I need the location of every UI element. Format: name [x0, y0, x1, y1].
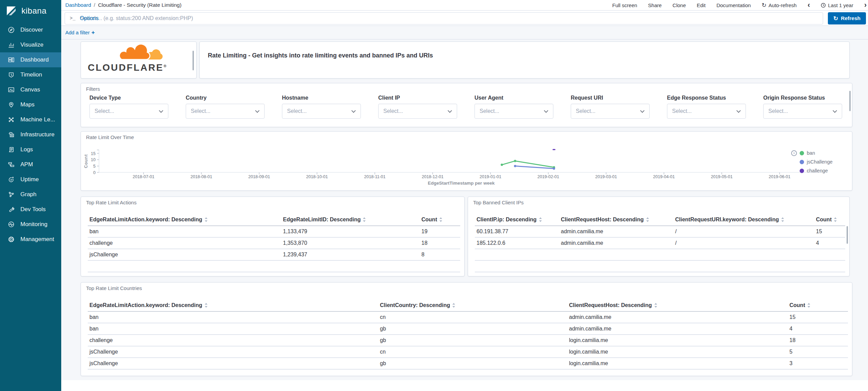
panel-top-rate-limit-actions: Top Rate Limit Actions EdgeRateLimitActi…: [81, 197, 465, 276]
menu-full-screen[interactable]: Full screen: [612, 2, 637, 8]
filter-group-request-uri: Request URISelect...: [571, 95, 650, 119]
sidebar-item-dashboard[interactable]: Dashboard: [0, 52, 61, 67]
sort-icon[interactable]: [654, 303, 657, 308]
menu-share[interactable]: Share: [648, 2, 662, 8]
machine-learning-icon: [7, 116, 15, 123]
column-header-edgeratelimitid-descending[interactable]: EdgeRateLimitID: Descending: [281, 217, 420, 223]
sort-icon[interactable]: [205, 303, 208, 308]
sidebar: kibana DiscoverVisualizeDashboardTimelio…: [0, 0, 61, 391]
sort-icon[interactable]: [452, 303, 455, 308]
cell: gb: [378, 326, 567, 332]
sidebar-nav: DiscoverVisualizeDashboardTimelionCanvas…: [0, 22, 61, 247]
sidebar-item-maps[interactable]: Maps: [0, 97, 61, 112]
sort-icon[interactable]: [439, 217, 443, 222]
column-header-count[interactable]: Count: [814, 217, 845, 223]
time-range-prev-button[interactable]: ‹: [807, 1, 810, 9]
filter-select-origin-response-status[interactable]: Select...: [763, 104, 842, 119]
column-header-clientcountry-descending[interactable]: ClientCountry: Descending: [378, 302, 567, 308]
sort-icon[interactable]: [646, 217, 649, 222]
column-header-clientrequesturi-keyword-descending[interactable]: ClientRequestURI.keyword: Descending: [673, 217, 814, 223]
filter-label: Device Type: [89, 95, 168, 101]
sort-icon[interactable]: [834, 217, 837, 222]
table-row: jsChallengecnlogin.camilia.me5: [88, 346, 848, 358]
rate-limit-line-chart[interactable]: 0510152018-07-012018-08-012018-09-012018…: [81, 132, 853, 191]
sidebar-item-monitoring[interactable]: Monitoring: [0, 217, 61, 232]
sort-icon[interactable]: [363, 217, 366, 222]
apm-icon: [7, 161, 15, 168]
search-input[interactable]: >_ Search... (e.g. status:200 AND extens…: [65, 12, 823, 24]
add-filter-button[interactable]: Add a filter +: [65, 29, 95, 36]
filter-select-request-uri[interactable]: Select...: [571, 104, 650, 119]
refresh-button[interactable]: ↻ Refresh: [828, 12, 866, 24]
sidebar-item-discover[interactable]: Discover: [0, 22, 61, 37]
column-header-edgeratelimitaction-keyword-descending[interactable]: EdgeRateLimitAction.keyword: Descending: [88, 302, 378, 308]
cell: challenge: [88, 337, 378, 343]
panel-top-rate-limit-countries: Top Rate Limit Countries EdgeRateLimitAc…: [81, 282, 852, 376]
legend-color-dot: [800, 151, 804, 155]
sidebar-item-timelion[interactable]: Timelion: [0, 67, 61, 82]
sidebar-item-label: Infrastructure: [20, 131, 54, 138]
column-header-clientrequesthost-descending[interactable]: ClientRequestHost: Descending: [567, 302, 788, 308]
chevron-down-icon: [544, 108, 548, 113]
filters-scrollbar[interactable]: [849, 91, 851, 111]
sidebar-item-apm[interactable]: APM: [0, 157, 61, 172]
panel-cloudflare-logo: CLOUDFLARE®: [81, 41, 197, 79]
time-range-picker[interactable]: Last 1 year: [821, 2, 853, 8]
dashboard-icon: [7, 56, 15, 64]
menu-clone[interactable]: Clone: [672, 2, 686, 8]
svg-text:2018-11-01: 2018-11-01: [364, 174, 385, 179]
column-header-count[interactable]: Count: [420, 217, 460, 223]
chevron-down-icon: [833, 108, 837, 113]
column-header-clientrequesthost-descending[interactable]: ClientRequestHost: Descending: [559, 217, 673, 223]
cell: 8: [420, 252, 460, 258]
cloudflare-wordmark: CLOUDFLARE®: [88, 62, 167, 73]
breadcrumb-dashboard-link[interactable]: Dashboard: [65, 2, 91, 8]
time-range-next-button[interactable]: ›: [864, 1, 867, 9]
sort-icon[interactable]: [539, 217, 542, 222]
filter-select-edge-response-status[interactable]: Select...: [667, 104, 746, 119]
auto-refresh-button[interactable]: ↻Auto-refresh: [762, 2, 797, 9]
menu-edit[interactable]: Edit: [697, 2, 706, 8]
sidebar-item-uptime[interactable]: Uptime: [0, 172, 61, 187]
cell: gb: [378, 337, 567, 343]
filter-select-hostname[interactable]: Select...: [282, 104, 361, 119]
legend-item-ban[interactable]: ›ban: [791, 149, 833, 157]
filter-select-client-ip[interactable]: Select...: [378, 104, 457, 119]
table-scrollbar[interactable]: [847, 226, 848, 244]
sort-icon[interactable]: [807, 303, 811, 308]
svg-text:5: 5: [93, 164, 96, 169]
legend-toggle-chevron-icon[interactable]: ›: [791, 150, 797, 156]
panel-filters: Filters Device TypeSelect...CountrySelec…: [81, 83, 852, 127]
panel-rate-limit-over-time: Rate Limit Over Time 0510152018-07-01201…: [81, 131, 852, 191]
column-header-count[interactable]: Count: [788, 302, 848, 308]
column-header-label: ClientRequestHost: Descending: [561, 217, 644, 223]
sidebar-item-infrastructure[interactable]: Infrastructure: [0, 127, 61, 142]
legend-item-challenge[interactable]: challenge: [791, 166, 833, 175]
sidebar-item-visualize[interactable]: Visualize: [0, 37, 61, 52]
refresh-icon: ↻: [833, 15, 838, 22]
options-button[interactable]: Options: [80, 11, 99, 26]
column-header-clientip-ip-descending[interactable]: ClientIP.ip: Descending: [475, 217, 559, 223]
filter-select-user-agent[interactable]: Select...: [474, 104, 553, 119]
sidebar-item-management[interactable]: Management: [0, 232, 61, 247]
menu-documentation[interactable]: Documentation: [716, 2, 751, 8]
filter-label: Request URI: [571, 95, 650, 101]
sidebar-item-logs[interactable]: Logs: [0, 142, 61, 157]
column-header-edgeratelimitaction-keyword-descending[interactable]: EdgeRateLimitAction.keyword: Descending: [88, 217, 281, 223]
cell: /: [673, 240, 814, 246]
sort-icon[interactable]: [205, 217, 208, 222]
filter-group-device-type: Device TypeSelect...: [89, 95, 168, 119]
filter-select-country[interactable]: Select...: [186, 104, 265, 119]
chevron-down-icon: [159, 108, 163, 113]
cell: gb: [378, 360, 567, 367]
sidebar-item-canvas[interactable]: Canvas: [0, 82, 61, 97]
panel-resize-handle[interactable]: [193, 51, 194, 70]
kibana-logo[interactable]: kibana: [0, 0, 61, 22]
sidebar-item-dev-tools[interactable]: Dev Tools: [0, 202, 61, 217]
sidebar-item-machine-le[interactable]: Machine Le...: [0, 112, 61, 127]
sort-icon[interactable]: [781, 217, 784, 222]
legend-item-jschallenge[interactable]: jsChallenge: [791, 157, 833, 166]
sidebar-item-graph[interactable]: Graph: [0, 187, 61, 202]
table-row: ban1,133,47919: [88, 226, 460, 238]
filter-select-device-type[interactable]: Select...: [89, 104, 168, 119]
